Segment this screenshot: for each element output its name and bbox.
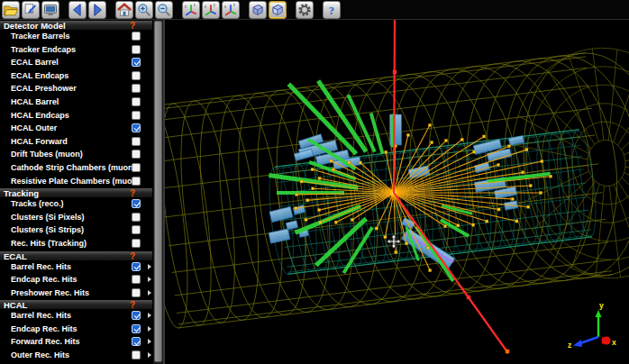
layer-row-ecal-endcap-rec-hits[interactable]: Endcap Rec. Hits xyxy=(0,273,152,287)
expander-arrow-icon[interactable] xyxy=(148,352,151,358)
checkbox-barrel-rec-hits[interactable] xyxy=(132,311,141,320)
layer-row-tracking-rec-hits-tracking[interactable]: Rec. Hits (Tracking) xyxy=(0,237,152,250)
checkbox-tracker-endcaps[interactable] xyxy=(132,45,141,54)
expander-arrow-icon[interactable] xyxy=(148,313,151,318)
layer-row-hcal-barrel-rec-hits[interactable]: Barrel Rec. Hits xyxy=(0,309,152,323)
layer-row-detector-model-resistive-plate-chambers-muon[interactable]: Resistive Plate Chambers (muon) xyxy=(0,175,152,188)
checkbox-forward-rec-hits[interactable] xyxy=(132,337,141,346)
layer-row-detector-model-hcal-barrel[interactable]: HCAL Barrel xyxy=(0,96,152,109)
layer-row-detector-model-cathode-strip-chambers-muon[interactable]: Cathode Strip Chambers (muon) xyxy=(0,161,152,175)
layer-row-detector-model-hcal-endcaps[interactable]: HCAL Endcaps xyxy=(0,109,152,123)
checkbox-ecal-barrel[interactable] xyxy=(132,58,141,67)
checkbox-tracks-reco[interactable] xyxy=(132,199,141,208)
expander-arrow-icon[interactable] xyxy=(148,339,151,344)
expander-arrow-icon[interactable] xyxy=(148,290,151,296)
view-along-y-button[interactable]: yx xyxy=(202,1,220,19)
checkbox-clusters-si-strips[interactable] xyxy=(132,225,141,234)
checkbox-ecal-endcaps[interactable] xyxy=(132,71,141,80)
import-event-button[interactable] xyxy=(22,1,40,19)
orthographic-view-button[interactable] xyxy=(269,1,287,19)
checkbox-outer-rec-hits[interactable] xyxy=(132,350,141,359)
previous-event-button[interactable] xyxy=(68,1,87,19)
help-button[interactable]: ? xyxy=(323,1,341,19)
layer-row-hcal-endcap-rec-hits[interactable]: Endcap Rec. Hits xyxy=(0,323,152,336)
checkbox-preshower-rec-hits[interactable] xyxy=(132,288,141,297)
toolbar: xzyxzx? xyxy=(0,0,629,20)
checkbox-hcal-barrel[interactable] xyxy=(132,97,141,106)
layer-row-detector-model-hcal-outer[interactable]: HCAL Outer xyxy=(0,122,152,135)
home-view-button[interactable] xyxy=(115,1,133,19)
layer-label: Barrel Rec. Hits xyxy=(11,311,71,320)
perspective-view-button[interactable] xyxy=(249,1,267,19)
section-header-hcal: HCAL? xyxy=(0,299,152,309)
view-along-x-button[interactable]: xz xyxy=(182,1,200,19)
3d-viewport[interactable]: yzx xyxy=(163,20,629,364)
sidebar-scrollbar[interactable] xyxy=(152,20,163,364)
layer-row-detector-model-drift-tubes-muon[interactable]: Drift Tubes (muon) xyxy=(0,148,152,161)
axes-y-icon: yx xyxy=(203,2,219,18)
settings-button[interactable] xyxy=(296,1,314,19)
svg-text:x: x xyxy=(224,5,227,9)
checkbox-barrel-rec-hits[interactable] xyxy=(132,262,141,271)
arrow-right-icon xyxy=(89,2,105,18)
move-cursor-icon xyxy=(387,234,401,249)
svg-text:z: z xyxy=(185,5,187,9)
svg-text:y: y xyxy=(599,301,604,310)
checkbox-cathode-strip-chambers-muon[interactable] xyxy=(132,163,141,172)
layer-label: ECAL Preshower xyxy=(11,84,77,93)
checkbox-clusters-si-pixels[interactable] xyxy=(132,213,141,222)
layer-row-tracking-tracks-reco[interactable]: Tracks (reco.) xyxy=(0,197,152,211)
cube-face-icon xyxy=(269,2,286,18)
next-event-button[interactable] xyxy=(88,1,106,19)
checkbox-hcal-forward[interactable] xyxy=(132,137,141,146)
layer-row-detector-model-ecal-preshower[interactable]: ECAL Preshower xyxy=(0,82,152,96)
layer-list: Detector Model?Tracker BarrelsTracker En… xyxy=(0,20,152,362)
layer-label: Clusters (Si Strips) xyxy=(11,225,84,234)
checkbox-hcal-endcaps[interactable] xyxy=(132,111,141,120)
layer-row-detector-model-tracker-endcaps[interactable]: Tracker Endcaps xyxy=(0,43,152,57)
checkbox-endcap-rec-hits[interactable] xyxy=(132,324,141,333)
folder-open-icon xyxy=(3,2,19,18)
layer-label: Clusters (Si Pixels) xyxy=(11,213,85,222)
layer-row-detector-model-ecal-endcaps[interactable]: ECAL Endcaps xyxy=(0,69,152,83)
export-image-button[interactable] xyxy=(41,1,59,19)
svg-text:z: z xyxy=(568,341,571,350)
checkbox-rec-hits-tracking[interactable] xyxy=(132,239,141,248)
section-header-tracking: Tracking? xyxy=(0,187,152,197)
layer-label: Preshower Rec. Hits xyxy=(11,288,89,297)
checkbox-endcap-rec-hits[interactable] xyxy=(132,275,141,284)
layer-row-tracking-clusters-si-strips[interactable]: Clusters (Si Strips) xyxy=(0,223,152,237)
expander-arrow-icon[interactable] xyxy=(148,264,151,269)
layer-row-ecal-barrel-rec-hits[interactable]: Barrel Rec. Hits xyxy=(0,260,152,274)
layer-row-ecal-preshower-rec-hits[interactable]: Preshower Rec. Hits xyxy=(0,287,152,300)
layer-row-hcal-outer-rec-hits[interactable]: Outer Rec. Hits xyxy=(0,349,152,362)
question-icon: ? xyxy=(324,2,340,18)
layer-row-detector-model-tracker-barrels[interactable]: Tracker Barrels xyxy=(0,30,152,43)
layer-row-detector-model-ecal-barrel[interactable]: ECAL Barrel xyxy=(0,56,152,69)
svg-text:x: x xyxy=(205,5,207,9)
checkbox-tracker-barrels[interactable] xyxy=(132,32,141,41)
view-along-z-button[interactable]: zx xyxy=(222,1,240,19)
layer-row-hcal-forward-rec-hits[interactable]: Forward Rec. Hits xyxy=(0,335,152,349)
svg-text:z: z xyxy=(233,2,236,6)
checkbox-resistive-plate-chambers-muon[interactable] xyxy=(132,177,141,186)
magnifier-plus-icon xyxy=(136,2,152,18)
expander-arrow-icon[interactable] xyxy=(148,277,151,282)
zoom-out-button[interactable] xyxy=(155,1,173,19)
layer-label: Outer Rec. Hits xyxy=(11,350,69,359)
layer-label: ECAL Endcaps xyxy=(11,71,68,80)
layer-row-detector-model-hcal-forward[interactable]: HCAL Forward xyxy=(0,135,152,149)
checkbox-drift-tubes-muon[interactable] xyxy=(132,150,141,159)
import-icon xyxy=(23,2,39,18)
gear-icon xyxy=(296,2,313,18)
checkbox-ecal-preshower[interactable] xyxy=(132,84,141,93)
expander-arrow-icon[interactable] xyxy=(148,326,151,332)
layer-sidebar: Detector Model?Tracker BarrelsTracker En… xyxy=(0,20,163,364)
layer-label: Tracks (reco.) xyxy=(11,199,64,208)
layer-row-tracking-clusters-si-pixels[interactable]: Clusters (Si Pixels) xyxy=(0,211,152,224)
checkbox-hcal-outer[interactable] xyxy=(132,123,141,132)
scrollbar-thumb[interactable] xyxy=(154,21,162,362)
zoom-in-button[interactable] xyxy=(135,1,153,19)
event-scene[interactable]: yzx xyxy=(165,20,629,364)
open-file-button[interactable] xyxy=(2,1,20,19)
